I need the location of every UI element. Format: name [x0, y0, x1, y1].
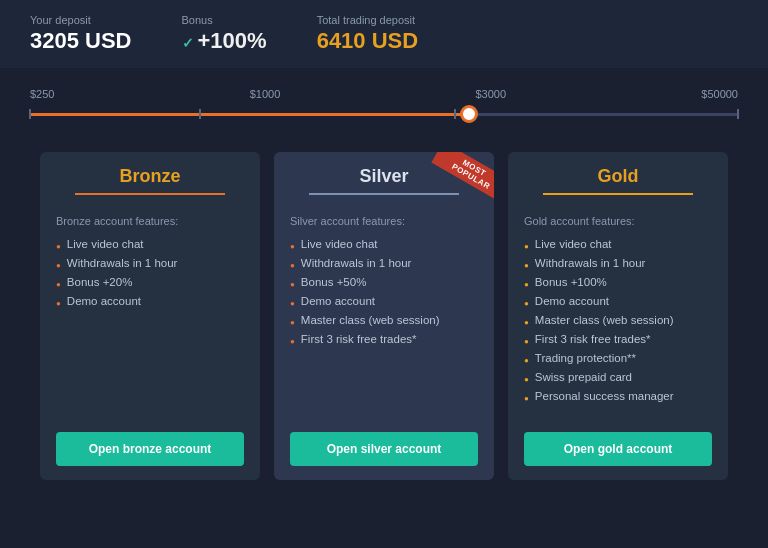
- slider-label-250: $250: [30, 88, 54, 100]
- bronze-features-title: Bronze account features:: [56, 215, 244, 227]
- bullet-icon: ●: [524, 356, 529, 365]
- gold-card-header: Gold: [508, 152, 728, 205]
- bullet-icon: ●: [524, 394, 529, 403]
- bronze-feature-list: ●Live video chat ●Withdrawals in 1 hour …: [56, 235, 244, 406]
- bullet-icon: ●: [290, 318, 295, 327]
- bronze-card: Bronze Bronze account features: ●Live vi…: [40, 152, 260, 480]
- slider-labels: $250 $1000 $3000 $50000: [30, 88, 738, 100]
- list-item: ●Trading protection**: [524, 349, 712, 368]
- list-item: ●Live video chat: [56, 235, 244, 254]
- deposit-value: 3205 USD: [30, 28, 132, 54]
- gold-underline: [543, 193, 693, 195]
- silver-features-title: Silver account features:: [290, 215, 478, 227]
- gold-card-footer: Open gold account: [508, 422, 728, 480]
- total-stat: Total trading deposit 6410 USD: [317, 14, 419, 54]
- bullet-icon: ●: [524, 375, 529, 384]
- list-item: ●Withdrawals in 1 hour: [524, 254, 712, 273]
- slider-section: $250 $1000 $3000 $50000: [0, 68, 768, 142]
- feature-text: Live video chat: [301, 238, 378, 250]
- check-icon: ✓: [182, 35, 194, 51]
- bullet-icon: ●: [290, 280, 295, 289]
- bullet-icon: ●: [290, 261, 295, 270]
- silver-card: MOSTPOPULAR Silver Silver account featur…: [274, 152, 494, 480]
- slider-wrapper: $250 $1000 $3000 $50000: [30, 88, 738, 124]
- feature-text: Demo account: [301, 295, 375, 307]
- bullet-icon: ●: [290, 337, 295, 346]
- feature-text: Withdrawals in 1 hour: [535, 257, 646, 269]
- feature-text: Swiss prepaid card: [535, 371, 632, 383]
- bullet-icon: ●: [56, 242, 61, 251]
- feature-text: Withdrawals in 1 hour: [301, 257, 412, 269]
- silver-card-body: Silver account features: ●Live video cha…: [274, 205, 494, 422]
- bronze-title: Bronze: [56, 166, 244, 187]
- bullet-icon: ●: [524, 242, 529, 251]
- silver-underline: [309, 193, 459, 195]
- bullet-icon: ●: [524, 299, 529, 308]
- total-label: Total trading deposit: [317, 14, 419, 26]
- feature-text: Bonus +100%: [535, 276, 607, 288]
- feature-text: Trading protection**: [535, 352, 636, 364]
- feature-text: Master class (web session): [535, 314, 674, 326]
- list-item: ●Bonus +50%: [290, 273, 478, 292]
- list-item: ●Withdrawals in 1 hour: [290, 254, 478, 273]
- feature-text: Bonus +20%: [67, 276, 133, 288]
- bullet-icon: ●: [524, 318, 529, 327]
- bonus-value: ✓+100%: [182, 28, 267, 54]
- list-item: ●Demo account: [290, 292, 478, 311]
- total-value: 6410 USD: [317, 28, 419, 54]
- slider-label-1000: $1000: [250, 88, 281, 100]
- bullet-icon: ●: [56, 261, 61, 270]
- list-item: ●First 3 risk free trades*: [524, 330, 712, 349]
- bullet-icon: ●: [524, 337, 529, 346]
- list-item: ●Withdrawals in 1 hour: [56, 254, 244, 273]
- bonus-label: Bonus: [182, 14, 267, 26]
- slider-thumb[interactable]: [460, 105, 478, 123]
- feature-text: Live video chat: [535, 238, 612, 250]
- deposit-stat: Your deposit 3205 USD: [30, 14, 132, 54]
- bronze-underline: [75, 193, 225, 195]
- list-item: ●Demo account: [524, 292, 712, 311]
- feature-text: Master class (web session): [301, 314, 440, 326]
- open-gold-button[interactable]: Open gold account: [524, 432, 712, 466]
- feature-text: First 3 risk free trades*: [535, 333, 651, 345]
- list-item: ●Swiss prepaid card: [524, 368, 712, 387]
- list-item: ●Bonus +100%: [524, 273, 712, 292]
- bullet-icon: ●: [56, 280, 61, 289]
- feature-text: Live video chat: [67, 238, 144, 250]
- feature-text: Withdrawals in 1 hour: [67, 257, 178, 269]
- slider-container[interactable]: [30, 104, 738, 124]
- open-bronze-button[interactable]: Open bronze account: [56, 432, 244, 466]
- deposit-label: Your deposit: [30, 14, 132, 26]
- gold-card-body: Gold account features: ●Live video chat …: [508, 205, 728, 422]
- list-item: ●Live video chat: [524, 235, 712, 254]
- list-item: ●Personal success manager: [524, 387, 712, 406]
- bullet-icon: ●: [56, 299, 61, 308]
- slider-label-50000: $50000: [701, 88, 738, 100]
- stats-bar: Your deposit 3205 USD Bonus ✓+100% Total…: [0, 0, 768, 68]
- gold-feature-list: ●Live video chat ●Withdrawals in 1 hour …: [524, 235, 712, 406]
- bullet-icon: ●: [524, 261, 529, 270]
- slider-track-fill: [30, 113, 469, 116]
- list-item: ●Bonus +20%: [56, 273, 244, 292]
- bronze-card-body: Bronze account features: ●Live video cha…: [40, 205, 260, 422]
- open-silver-button[interactable]: Open silver account: [290, 432, 478, 466]
- bronze-card-footer: Open bronze account: [40, 422, 260, 480]
- slider-label-3000: $3000: [475, 88, 506, 100]
- feature-text: Personal success manager: [535, 390, 674, 402]
- bronze-card-header: Bronze: [40, 152, 260, 205]
- bullet-icon: ●: [290, 299, 295, 308]
- list-item: ●Live video chat: [290, 235, 478, 254]
- gold-features-title: Gold account features:: [524, 215, 712, 227]
- bullet-icon: ●: [524, 280, 529, 289]
- list-item: ●Demo account: [56, 292, 244, 311]
- cards-section: Bronze Bronze account features: ●Live vi…: [0, 142, 768, 490]
- silver-feature-list: ●Live video chat ●Withdrawals in 1 hour …: [290, 235, 478, 406]
- feature-text: Bonus +50%: [301, 276, 367, 288]
- feature-text: Demo account: [535, 295, 609, 307]
- list-item: ●Master class (web session): [290, 311, 478, 330]
- list-item: ●Master class (web session): [524, 311, 712, 330]
- feature-text: First 3 risk free trades*: [301, 333, 417, 345]
- list-item: ●First 3 risk free trades*: [290, 330, 478, 349]
- gold-title: Gold: [524, 166, 712, 187]
- feature-text: Demo account: [67, 295, 141, 307]
